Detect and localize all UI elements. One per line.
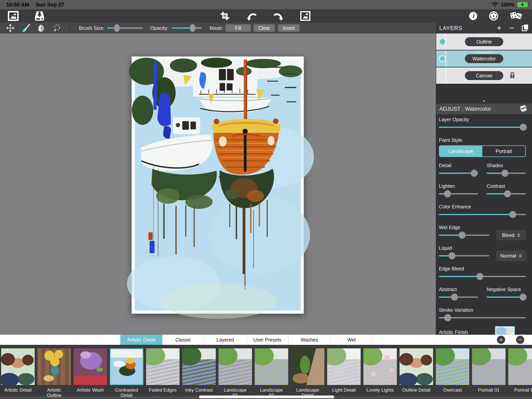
tab-wet[interactable]: Wet bbox=[331, 335, 373, 345]
stepper-control[interactable]: Normal bbox=[497, 251, 526, 261]
randomize-dice-icon[interactable] bbox=[510, 11, 522, 21]
detail-slider[interactable] bbox=[439, 173, 478, 174]
slider-knob[interactable] bbox=[501, 170, 509, 177]
layer-drag-handle-icon[interactable] bbox=[477, 52, 492, 53]
slider-knob[interactable] bbox=[519, 294, 526, 301]
tab-user-presets[interactable]: User Presets bbox=[247, 335, 289, 345]
slider-knob[interactable] bbox=[458, 232, 466, 239]
wet-edge-slider[interactable] bbox=[439, 235, 489, 236]
preset-thumb-inky-contrast[interactable] bbox=[182, 348, 216, 385]
slider-knob[interactable] bbox=[509, 211, 516, 218]
export-save-icon[interactable] bbox=[34, 11, 45, 21]
layer-row-canvas[interactable]: Canvas bbox=[436, 67, 532, 84]
slider-knob[interactable] bbox=[519, 124, 527, 131]
layer-row-outline[interactable]: Outline bbox=[436, 33, 532, 51]
duplicate-layer-icon[interactable] bbox=[522, 24, 528, 32]
opacity-knob[interactable] bbox=[190, 24, 196, 32]
preset-thumb-landscape-01[interactable] bbox=[218, 348, 252, 385]
info-icon[interactable]: i bbox=[469, 12, 477, 20]
liquid-slider[interactable] bbox=[439, 255, 489, 256]
preset-thumb-faded-edges[interactable] bbox=[146, 348, 180, 385]
opacity-slider[interactable] bbox=[172, 27, 202, 29]
preset-thumb-overcast[interactable] bbox=[436, 348, 469, 385]
lasso-tool-icon[interactable] bbox=[53, 24, 61, 32]
styles-flower-icon[interactable] bbox=[489, 12, 498, 20]
slider-knob[interactable] bbox=[470, 170, 478, 177]
brush-size-knob[interactable] bbox=[114, 24, 120, 32]
layer-opacity-slider[interactable] bbox=[439, 127, 526, 128]
preset-thumb-artistic-wash[interactable] bbox=[74, 348, 107, 385]
layer-visibility-dot[interactable] bbox=[439, 55, 446, 62]
layer-visibility-dot[interactable] bbox=[440, 39, 445, 45]
slider-fill bbox=[439, 127, 523, 128]
preset-thumb-portrait-02[interactable] bbox=[508, 348, 532, 385]
mask-clear-button[interactable]: Clear bbox=[253, 24, 275, 32]
shades-slider[interactable] bbox=[487, 173, 526, 174]
lock-icon bbox=[509, 72, 515, 79]
lighten-slider[interactable] bbox=[439, 193, 478, 194]
preset-thumb-artistic-outline[interactable] bbox=[37, 348, 71, 385]
slider-knob[interactable] bbox=[444, 314, 451, 322]
negative-space-slider[interactable] bbox=[487, 296, 526, 298]
layer-name-pill[interactable]: Canvas bbox=[465, 71, 503, 80]
paint-style-option-landscape[interactable]: Landscape bbox=[439, 146, 482, 156]
stepper-arrows-icon[interactable] bbox=[519, 254, 522, 258]
stepper-control[interactable]: Bleed bbox=[497, 230, 526, 240]
image-frame-icon[interactable] bbox=[300, 11, 310, 21]
layer-row-watercolor[interactable]: Watercolor bbox=[436, 51, 532, 67]
remove-layer-icon[interactable]: − bbox=[509, 24, 514, 32]
adjust-label: Abstract bbox=[439, 286, 478, 292]
preset-thumb-lovely-lights[interactable] bbox=[363, 348, 397, 385]
brush-tool-icon[interactable] bbox=[21, 23, 30, 33]
tab-artistic-detail[interactable]: Artistic Detail bbox=[120, 335, 162, 345]
mask-invert-button[interactable]: Invert bbox=[278, 24, 300, 32]
slider-knob[interactable] bbox=[451, 294, 458, 301]
import-photo-icon[interactable] bbox=[8, 11, 19, 21]
preset-thumb-contrasted-detail[interactable] bbox=[110, 348, 143, 385]
adjust-body: Layer OpacityPaint StyleLandscapePortrai… bbox=[439, 114, 526, 344]
adjust-label: Stroke Variation bbox=[439, 307, 526, 313]
abstract-slider[interactable] bbox=[439, 296, 478, 298]
layer-drag-handle-icon[interactable] bbox=[477, 69, 492, 70]
mask-fill-button[interactable]: Fill bbox=[226, 24, 251, 32]
tab-washes[interactable]: Washes bbox=[289, 335, 331, 345]
zoom-out-presets-button[interactable]: − bbox=[516, 336, 524, 344]
paint-style-option-portrait[interactable]: Portrait bbox=[482, 146, 525, 156]
slider-knob[interactable] bbox=[444, 190, 451, 198]
preset-thumb-landscape-detail[interactable] bbox=[291, 348, 324, 385]
layer-divider-line bbox=[446, 33, 446, 50]
contrast-slider[interactable] bbox=[487, 193, 526, 194]
adjust-header: ADJUST : Watercolor bbox=[436, 104, 532, 114]
stepper-arrows-icon[interactable] bbox=[517, 233, 520, 237]
horizontal-scrollbar[interactable] bbox=[199, 395, 334, 398]
zoom-in-presets-button[interactable]: + bbox=[497, 336, 505, 344]
slider-knob[interactable] bbox=[476, 273, 483, 280]
redo-icon[interactable] bbox=[273, 11, 284, 21]
canvas-painting[interactable] bbox=[132, 57, 304, 314]
preset-thumb-landscape-02[interactable] bbox=[255, 348, 288, 385]
color-enhance-slider[interactable] bbox=[439, 214, 526, 215]
preset-thumb-outline-detail[interactable] bbox=[399, 348, 433, 385]
layer-drag-handle-icon[interactable] bbox=[477, 35, 492, 36]
canvas-area[interactable] bbox=[0, 33, 436, 335]
layer-name-pill[interactable]: Outline bbox=[465, 37, 503, 46]
add-layer-icon[interactable]: + bbox=[497, 24, 502, 32]
slider-knob[interactable] bbox=[449, 252, 456, 259]
move-tool-icon[interactable] bbox=[6, 24, 15, 32]
tool-options-bar: Brush Size: Opacity: Mask: Fill Clear In… bbox=[0, 23, 436, 33]
preset-thumb-portrait-01[interactable] bbox=[472, 348, 506, 385]
preset-thumb-light-detail[interactable] bbox=[327, 348, 361, 385]
preset-thumb-artistic-detail[interactable] bbox=[1, 348, 35, 385]
tab-layered[interactable]: Layered bbox=[204, 335, 247, 345]
brush-size-slider[interactable] bbox=[107, 27, 143, 29]
undo-icon[interactable] bbox=[247, 11, 257, 21]
layer-name-pill[interactable]: Watercolor bbox=[465, 54, 503, 63]
stroke-variation-slider[interactable] bbox=[439, 317, 526, 318]
crop-icon[interactable] bbox=[220, 11, 230, 21]
edge-bleed-slider[interactable] bbox=[439, 276, 526, 277]
palette-icon[interactable] bbox=[519, 105, 527, 113]
tab-classic[interactable]: Classic bbox=[162, 335, 204, 345]
slider-knob[interactable] bbox=[504, 190, 511, 198]
eraser-tool-icon[interactable] bbox=[37, 24, 45, 32]
preset-strip: Artistic DetailArtistic OutlineArtistic … bbox=[0, 345, 532, 399]
